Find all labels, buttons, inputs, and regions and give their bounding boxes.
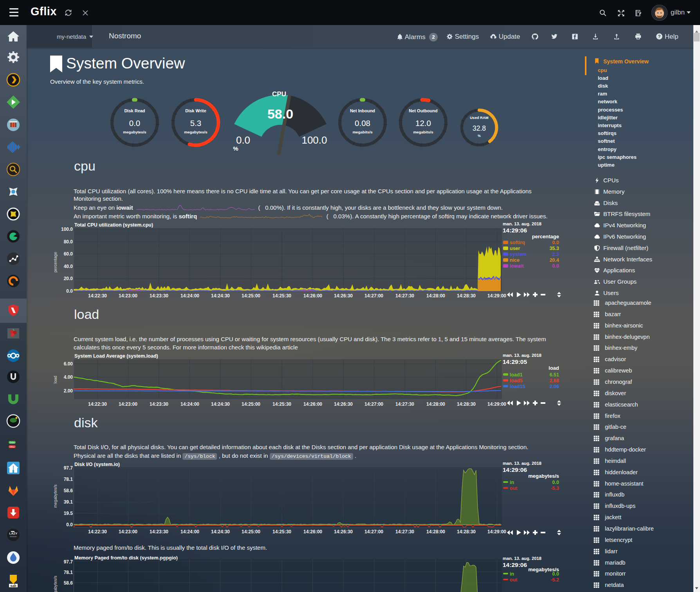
svg-text:megabytes/s: megabytes/s [123, 130, 146, 134]
svg-text:0.0: 0.0 [129, 119, 141, 128]
svg-text:Offline: Offline [10, 446, 15, 448]
svg-text:%: % [478, 134, 481, 138]
svg-text:sab: sab [10, 584, 16, 588]
svg-text:Disk Read: Disk Read [124, 108, 145, 113]
svg-text:megabits/s: megabits/s [352, 130, 373, 134]
svg-text:Net Inbound: Net Inbound [350, 108, 375, 113]
svg-text:58.0: 58.0 [267, 106, 293, 121]
svg-text:megabits/s: megabits/s [413, 130, 433, 134]
svg-text:0.08: 0.08 [355, 119, 370, 128]
svg-text:0.0: 0.0 [236, 134, 250, 146]
svg-text:5.3: 5.3 [190, 119, 202, 128]
svg-text:%: % [233, 145, 238, 152]
svg-text:12.0: 12.0 [415, 119, 431, 128]
svg-text:Disk Write: Disk Write [185, 108, 206, 113]
svg-text:32.8: 32.8 [473, 124, 486, 132]
svg-text:Used RAM: Used RAM [470, 115, 489, 120]
svg-text:megabytes/s: megabytes/s [184, 130, 207, 134]
svg-text:librarian: librarian [10, 535, 17, 538]
svg-text:100.0: 100.0 [301, 134, 327, 146]
svg-text:Net Outbound: Net Outbound [409, 108, 437, 113]
svg-text:CPU: CPU [272, 90, 286, 98]
svg-text:Online: Online [9, 442, 15, 444]
svg-text:?: ? [658, 34, 661, 39]
svg-text:LAZY: LAZY [9, 532, 18, 535]
